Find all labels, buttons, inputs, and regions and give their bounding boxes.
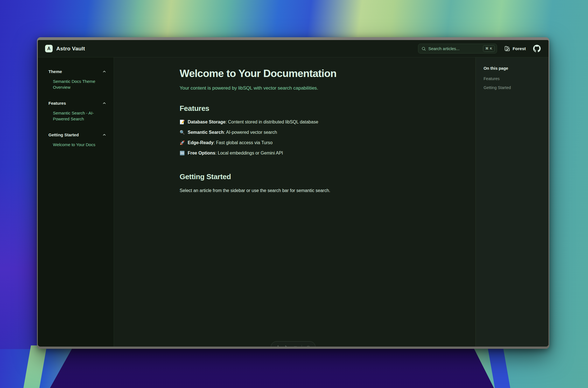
sidebar-section-label: Getting Started — [48, 132, 79, 137]
sidebar-section-features: Features Semantic Search - AI-Powered Se… — [48, 101, 106, 122]
app-window: A Astro Vault ⌘ K — [37, 37, 549, 349]
magnifier-icon: 🔍 — [180, 130, 185, 135]
feature-label: Edge-Ready — [188, 140, 213, 145]
memo-icon: 📝 — [180, 120, 185, 124]
sidebar-section-features-header[interactable]: Features — [48, 101, 106, 106]
page-title: Welcome to Your Documentation — [180, 68, 410, 80]
app-window-content: A Astro Vault ⌘ K — [38, 40, 549, 347]
on-this-page-panel: On this page Features Getting Started — [475, 57, 549, 347]
window-body: Theme Semantic Docs Theme Overview Featu… — [38, 57, 549, 347]
sidebar-section-getting-started-header[interactable]: Getting Started — [48, 132, 106, 137]
feature-item-edge-ready: 🚀Edge-Ready: Fast global access via Turs… — [180, 139, 410, 146]
swatch-book-icon — [504, 46, 510, 52]
search-icon — [421, 46, 426, 51]
theme-selector-label: Forest — [513, 46, 526, 51]
sidebar-section-label: Theme — [48, 69, 62, 74]
settings-gear-icon[interactable] — [306, 345, 311, 347]
feature-item-semantic-search: 🔍Semantic Search: AI-powered vector sear… — [180, 129, 410, 136]
site-title: Astro Vault — [56, 46, 85, 52]
chevron-up-icon[interactable] — [102, 101, 106, 105]
feature-label: Free Options — [188, 151, 215, 155]
feature-text: : Content stored in distributed libSQL d… — [225, 120, 318, 124]
chevron-up-icon[interactable] — [102, 69, 106, 74]
github-link[interactable] — [533, 45, 541, 52]
feature-item-free-options: 🆓Free Options: Local embeddings or Gemin… — [180, 150, 410, 156]
dev-toolbar[interactable] — [271, 341, 316, 347]
feature-text: : AI-powered vector search — [224, 130, 277, 135]
sidebar-section-theme-header[interactable]: Theme — [48, 69, 106, 74]
audit-icon[interactable] — [293, 345, 298, 347]
feature-text: : Fast global access via Turso — [214, 140, 273, 145]
features-heading: Features — [180, 104, 410, 113]
search-bar[interactable]: ⌘ K — [418, 44, 497, 53]
sidebar-section-label: Features — [48, 101, 66, 106]
dev-toolbar-separator — [302, 345, 302, 347]
left-sidebar: Theme Semantic Docs Theme Overview Featu… — [38, 57, 114, 347]
feature-text: : Local embeddings or Gemini API — [215, 151, 283, 155]
site-logo: A — [45, 45, 53, 52]
brand[interactable]: A Astro Vault — [45, 45, 85, 52]
wallpaper-stripe-bottom-left — [23, 345, 47, 388]
sidebar-section-getting-started: Getting Started Welcome to Your Docs — [48, 132, 106, 148]
search-input[interactable] — [428, 46, 481, 51]
search-shortcut-badge: ⌘ K — [483, 45, 494, 52]
sidebar-item-semantic-search[interactable]: Semantic Search - AI-Powered Search — [48, 110, 106, 122]
rocket-icon: 🚀 — [180, 140, 185, 145]
feature-label: Semantic Search — [188, 130, 224, 135]
inspect-arrow-icon[interactable] — [284, 345, 289, 347]
sidebar-section-theme: Theme Semantic Docs Theme Overview — [48, 69, 106, 90]
toc-link-getting-started[interactable]: Getting Started — [484, 85, 543, 90]
toc-link-features[interactable]: Features — [484, 76, 543, 81]
sidebar-item-welcome-to-your-docs[interactable]: Welcome to Your Docs — [48, 142, 106, 148]
on-this-page-title: On this page — [484, 66, 543, 71]
github-icon — [533, 45, 541, 52]
feature-label: Database Storage — [188, 120, 225, 124]
main-content: Welcome to Your Documentation Your conte… — [114, 57, 475, 347]
header-actions: ⌘ K Forest — [418, 44, 541, 53]
chevron-up-icon[interactable] — [102, 133, 106, 137]
desktop-wallpaper: A Astro Vault ⌘ K — [0, 0, 588, 388]
theme-selector-button[interactable]: Forest — [504, 46, 526, 52]
free-badge-icon: 🆓 — [180, 151, 185, 155]
page-subtitle: Your content is powered by libSQL with v… — [180, 85, 410, 91]
getting-started-heading: Getting Started — [180, 172, 410, 181]
top-header: A Astro Vault ⌘ K — [38, 40, 549, 57]
features-list: 📝Database Storage: Content stored in dis… — [180, 119, 410, 156]
astro-logo-icon[interactable] — [276, 345, 280, 347]
sidebar-item-semantic-docs-theme-overview[interactable]: Semantic Docs Theme Overview — [48, 78, 106, 90]
article: Welcome to Your Documentation Your conte… — [180, 68, 410, 193]
getting-started-text: Select an article from the sidebar or us… — [180, 188, 410, 193]
feature-item-database-storage: 📝Database Storage: Content stored in dis… — [180, 119, 410, 125]
